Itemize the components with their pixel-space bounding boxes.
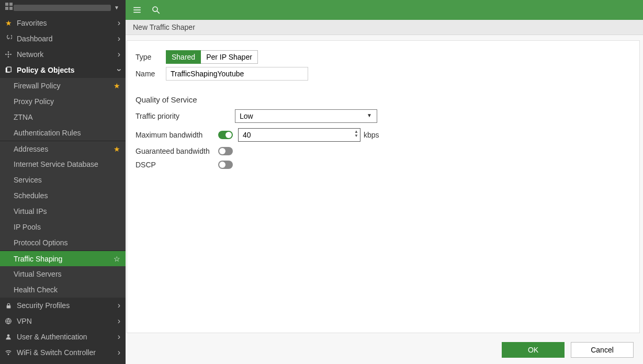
maxbw-label: Maximum bandwidth bbox=[136, 131, 218, 139]
sidebar-section-favorites[interactable]: ★ Favorites › bbox=[0, 15, 126, 31]
sidebar-label: VPN bbox=[17, 317, 118, 325]
svg-point-20 bbox=[8, 354, 9, 355]
type-shared-button[interactable]: Shared bbox=[166, 50, 201, 64]
maxbw-unit: kbps bbox=[364, 131, 379, 139]
sidebar-item-label: IP Pools bbox=[14, 223, 41, 231]
svg-rect-1 bbox=[9, 3, 13, 6]
sidebar-item-label: Services bbox=[14, 176, 42, 184]
chevron-right-icon: › bbox=[118, 333, 120, 341]
sidebar-item-services[interactable]: Services bbox=[0, 172, 126, 188]
priority-select[interactable]: Low bbox=[235, 109, 377, 123]
policy-icon bbox=[4, 66, 13, 74]
star-outline-icon[interactable]: ☆ bbox=[114, 255, 120, 263]
sidebar-label: Dashboard bbox=[17, 35, 118, 43]
maxbw-toggle[interactable] bbox=[218, 131, 233, 139]
svg-point-19 bbox=[7, 334, 10, 337]
menu-toggle-icon[interactable] bbox=[132, 5, 142, 15]
chevron-right-icon: › bbox=[118, 19, 120, 27]
sidebar-item-proxy-policy[interactable]: Proxy Policy bbox=[0, 94, 126, 109]
guarbw-toggle[interactable] bbox=[218, 147, 233, 155]
sidebar-section-policy[interactable]: Policy & Objects › bbox=[0, 62, 126, 78]
svg-rect-3 bbox=[9, 7, 13, 10]
sidebar-item-label: Proxy Policy bbox=[14, 97, 54, 106]
sidebar-item-label: Protocol Options bbox=[14, 238, 68, 247]
breadcrumb: New Traffic Shaper bbox=[126, 20, 643, 35]
brand-name bbox=[14, 5, 111, 11]
chevron-right-icon: › bbox=[118, 317, 120, 325]
chevron-right-icon: › bbox=[118, 301, 120, 310]
user-icon bbox=[4, 333, 13, 340]
svg-line-25 bbox=[157, 11, 160, 14]
sidebar-item-label: Virtual IPs bbox=[14, 207, 47, 215]
network-icon bbox=[4, 51, 13, 58]
vpn-icon bbox=[4, 317, 13, 325]
sidebar-item-label: ZTNA bbox=[14, 113, 33, 121]
type-label: Type bbox=[136, 53, 166, 61]
type-perip-button[interactable]: Per IP Shaper bbox=[201, 50, 258, 64]
sidebar-item-virtual-servers[interactable]: Virtual Servers bbox=[0, 266, 126, 282]
svg-point-24 bbox=[153, 7, 157, 12]
sidebar-label: Network bbox=[17, 50, 118, 59]
type-toggle: Shared Per IP Shaper bbox=[166, 50, 258, 64]
sidebar-item-label: Addresses bbox=[14, 145, 48, 153]
cancel-button[interactable]: Cancel bbox=[571, 342, 634, 358]
sidebar-item-label: Internet Service Database bbox=[14, 160, 98, 168]
star-icon[interactable]: ★ bbox=[114, 145, 120, 153]
brand-selector[interactable]: ▼ bbox=[0, 0, 126, 15]
sidebar-item-virtual-ips[interactable]: Virtual IPs bbox=[0, 203, 126, 219]
sidebar-item-label: Schedules bbox=[14, 191, 48, 200]
priority-label: Traffic priority bbox=[136, 112, 235, 120]
sidebar-section-dashboard[interactable]: Dashboard › bbox=[0, 31, 126, 47]
sidebar-label: Policy & Objects bbox=[17, 66, 118, 74]
brand-logo-icon bbox=[5, 3, 14, 13]
sidebar-label: Favorites bbox=[17, 19, 118, 27]
sidebar-label: Security Profiles bbox=[17, 301, 118, 310]
star-icon: ★ bbox=[4, 19, 13, 27]
sidebar-item-label: Traffic Shaping bbox=[14, 255, 62, 263]
lock-icon bbox=[4, 302, 13, 309]
sidebar-item-traffic-shaping[interactable]: Traffic Shaping ☆ bbox=[0, 251, 126, 266]
star-icon[interactable]: ★ bbox=[114, 82, 120, 90]
sidebar-submenu-policy: Firewall Policy ★ Proxy Policy ZTNA Auth… bbox=[0, 78, 126, 298]
stepper-icon[interactable]: ▲▼ bbox=[354, 130, 358, 138]
sidebar-label: WiFi & Switch Controller bbox=[17, 348, 118, 357]
sidebar-section-vpn[interactable]: VPN › bbox=[0, 313, 126, 329]
main-area: New Traffic Shaper Type Shared Per IP Sh… bbox=[126, 0, 643, 364]
sidebar-item-isdb[interactable]: Internet Service Database bbox=[0, 156, 126, 172]
breadcrumb-text: New Traffic Shaper bbox=[133, 23, 195, 31]
svg-rect-17 bbox=[6, 305, 10, 308]
svg-point-8 bbox=[8, 51, 9, 52]
sidebar-item-label: Firewall Policy bbox=[14, 82, 60, 90]
svg-rect-2 bbox=[5, 7, 8, 10]
svg-rect-0 bbox=[5, 3, 8, 6]
svg-point-6 bbox=[5, 54, 6, 55]
caret-down-icon: ▼ bbox=[114, 5, 119, 10]
sidebar-section-user-auth[interactable]: User & Authentication › bbox=[0, 329, 126, 345]
dscp-toggle[interactable] bbox=[218, 161, 233, 169]
name-label: Name bbox=[136, 70, 166, 78]
svg-point-7 bbox=[10, 54, 12, 55]
sidebar-section-wifi-switch[interactable]: WiFi & Switch Controller › bbox=[0, 345, 126, 360]
svg-line-4 bbox=[8, 38, 9, 39]
guarbw-label: Guaranteed bandwidth bbox=[136, 147, 218, 155]
form-card: Type Shared Per IP Shaper Name Quality o… bbox=[127, 40, 640, 333]
sidebar-item-auth-rules[interactable]: Authentication Rules bbox=[0, 125, 126, 141]
chevron-down-icon: › bbox=[115, 69, 123, 71]
ok-button[interactable]: OK bbox=[502, 342, 565, 358]
sidebar-item-firewall-policy[interactable]: Firewall Policy ★ bbox=[0, 78, 126, 94]
sidebar-item-protocol-options[interactable]: Protocol Options bbox=[0, 235, 126, 251]
sidebar-section-network[interactable]: Network › bbox=[0, 47, 126, 62]
name-input[interactable] bbox=[166, 67, 308, 81]
sidebar-item-ztna[interactable]: ZTNA bbox=[0, 109, 126, 125]
wifi-icon bbox=[4, 349, 13, 356]
chevron-right-icon: › bbox=[118, 50, 120, 59]
sidebar-item-health-check[interactable]: Health Check bbox=[0, 282, 126, 298]
topbar bbox=[126, 0, 643, 20]
search-icon[interactable] bbox=[151, 5, 161, 15]
sidebar-item-ip-pools[interactable]: IP Pools bbox=[0, 219, 126, 235]
sidebar-item-addresses[interactable]: Addresses ★ bbox=[0, 141, 126, 156]
maxbw-input[interactable] bbox=[238, 128, 360, 142]
sidebar-item-schedules[interactable]: Schedules bbox=[0, 188, 126, 203]
gauge-icon bbox=[4, 35, 13, 42]
sidebar-section-security-profiles[interactable]: Security Profiles › bbox=[0, 298, 126, 313]
